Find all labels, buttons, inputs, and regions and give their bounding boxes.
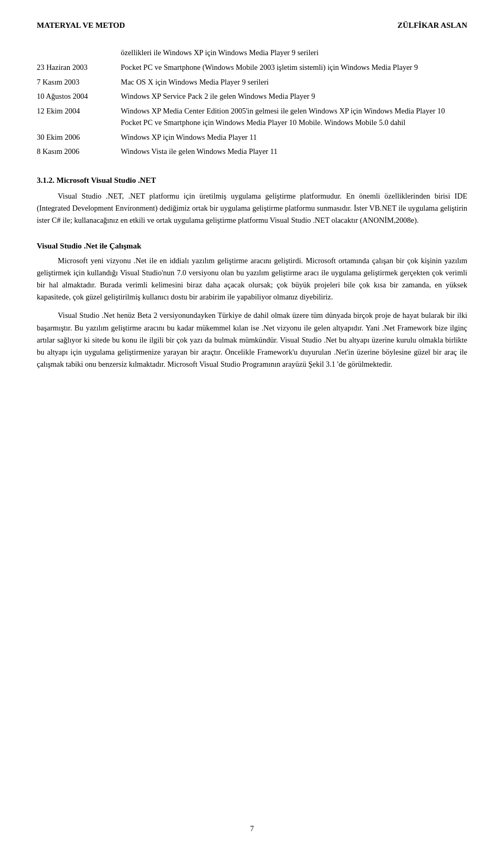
subsection-paragraph-1: Microsoft yeni vizyonu .Net ile en iddia… xyxy=(37,255,467,304)
section-312-heading: 3.1.2. Microsoft Visual Studio .NET xyxy=(37,176,467,185)
table-row: 7 Kasım 2003Mac OS X için Windows Media … xyxy=(37,75,467,90)
table-cell-date: 8 Kasım 2006 xyxy=(37,144,121,159)
table-cell-date: 12 Ekim 2004 xyxy=(37,104,121,130)
table-cell-date xyxy=(37,46,121,60)
table-row: 23 Haziran 2003Pocket PC ve Smartphone (… xyxy=(37,60,467,75)
subsection-heading: Visual Studio .Net ile Çalışmak xyxy=(37,242,467,251)
table-row: 30 Ekim 2006Windows XP için Windows Medi… xyxy=(37,130,467,145)
timeline-table: özellikleri ile Windows XP için Windows … xyxy=(37,46,467,159)
table-row: 12 Ekim 2004Windows XP Media Center Edit… xyxy=(37,104,467,130)
header-right: ZÜLFİKAR ASLAN xyxy=(397,21,467,30)
table-row: 8 Kasım 2006Windows Vista ile gelen Wind… xyxy=(37,144,467,159)
page: MATERYAL VE METOD ZÜLFİKAR ASLAN özellik… xyxy=(0,0,504,849)
table-cell-desc: Windows XP Media Center Edition 2005'in … xyxy=(121,104,467,130)
section-312-paragraph-1: Visual Studio .NET, .NET platformu için … xyxy=(37,190,467,227)
table-cell-date: 7 Kasım 2003 xyxy=(37,75,121,90)
table-row: 10 Ağustos 2004Windows XP Service Pack 2… xyxy=(37,89,467,104)
subsection-paragraph-2: Visual Studio .Net henüz Beta 2 versiyon… xyxy=(37,309,467,370)
page-header: MATERYAL VE METOD ZÜLFİKAR ASLAN xyxy=(37,21,467,30)
page-number: 7 xyxy=(250,825,254,833)
table-cell-date: 30 Ekim 2006 xyxy=(37,130,121,145)
table-cell-desc: Windows Vista ile gelen Windows Media Pl… xyxy=(121,144,467,159)
header-left: MATERYAL VE METOD xyxy=(37,21,125,30)
table-cell-desc: Mac OS X için Windows Media Player 9 ser… xyxy=(121,75,467,90)
table-cell-desc: Windows XP Service Pack 2 ile gelen Wind… xyxy=(121,89,467,104)
table-cell-desc: Pocket PC ve Smartphone (Windows Mobile … xyxy=(121,60,467,75)
table-cell-date: 10 Ağustos 2004 xyxy=(37,89,121,104)
table-cell-desc: Windows XP için Windows Media Player 11 xyxy=(121,130,467,145)
table-cell-desc: özellikleri ile Windows XP için Windows … xyxy=(121,46,467,60)
table-row: özellikleri ile Windows XP için Windows … xyxy=(37,46,467,60)
table-cell-date: 23 Haziran 2003 xyxy=(37,60,121,75)
